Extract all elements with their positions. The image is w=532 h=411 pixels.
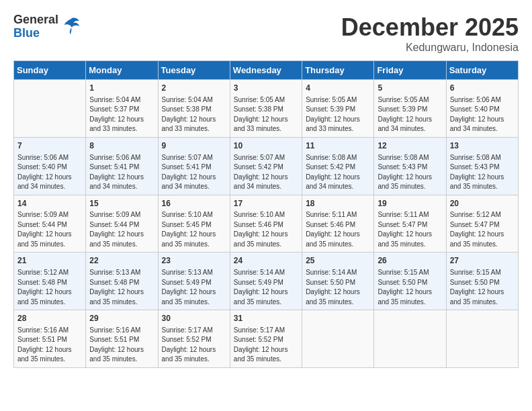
- sunset-text: Sunset: 5:50 PM: [450, 279, 500, 286]
- day-number: 20: [450, 198, 515, 210]
- cell-content: Sunrise: 5:14 AM Sunset: 5:49 PM Dayligh…: [234, 268, 298, 307]
- sunset-text: Sunset: 5:43 PM: [378, 163, 427, 171]
- sunrise-text: Sunrise: 5:16 AM: [89, 326, 140, 334]
- header-thursday: Thursday: [302, 61, 374, 80]
- daylight-text: Daylight: 12 hours and 35 minutes.: [162, 346, 216, 363]
- header-monday: Monday: [86, 61, 158, 80]
- cell-content: Sunrise: 5:13 AM Sunset: 5:49 PM Dayligh…: [162, 268, 226, 307]
- sunrise-text: Sunrise: 5:09 AM: [17, 211, 69, 218]
- sunset-text: Sunset: 5:48 PM: [17, 279, 67, 286]
- daylight-text: Daylight: 12 hours and 35 minutes.: [17, 346, 72, 363]
- calendar-header-row: SundayMondayTuesdayWednesdayThursdayFrid…: [14, 61, 519, 80]
- day-number: 7: [17, 140, 82, 152]
- cell-content: Sunrise: 5:06 AM Sunset: 5:40 PM Dayligh…: [450, 95, 515, 134]
- sunrise-text: Sunrise: 5:08 AM: [306, 154, 357, 161]
- cell-content: Sunrise: 5:16 AM Sunset: 5:51 PM Dayligh…: [89, 326, 154, 365]
- sunrise-text: Sunrise: 5:04 AM: [89, 96, 140, 103]
- cell-content: Sunrise: 5:11 AM Sunset: 5:47 PM Dayligh…: [378, 210, 442, 249]
- cell-content: Sunrise: 5:08 AM Sunset: 5:43 PM Dayligh…: [450, 153, 515, 192]
- cell-content: Sunrise: 5:05 AM Sunset: 5:39 PM Dayligh…: [306, 95, 370, 134]
- sunset-text: Sunset: 5:46 PM: [234, 221, 283, 228]
- sunrise-text: Sunrise: 5:09 AM: [89, 211, 140, 218]
- sunrise-text: Sunrise: 5:15 AM: [450, 269, 501, 276]
- sunset-text: Sunset: 5:42 PM: [234, 163, 283, 171]
- sunset-text: Sunset: 5:38 PM: [234, 105, 283, 113]
- day-number: 3: [234, 83, 298, 94]
- calendar-cell: 7 Sunrise: 5:06 AM Sunset: 5:40 PM Dayli…: [14, 137, 86, 195]
- sunset-text: Sunset: 5:51 PM: [89, 336, 139, 343]
- sunset-text: Sunset: 5:52 PM: [234, 336, 283, 343]
- sunrise-text: Sunrise: 5:08 AM: [450, 154, 501, 161]
- calendar-cell: 12 Sunrise: 5:08 AM Sunset: 5:43 PM Dayl…: [374, 137, 446, 195]
- day-number: 28: [17, 313, 82, 324]
- calendar-cell: 22 Sunrise: 5:13 AM Sunset: 5:48 PM Dayl…: [86, 253, 158, 310]
- cell-content: Sunrise: 5:15 AM Sunset: 5:50 PM Dayligh…: [450, 268, 515, 307]
- daylight-text: Daylight: 12 hours and 35 minutes.: [450, 288, 504, 306]
- sunset-text: Sunset: 5:45 PM: [162, 221, 212, 228]
- sunrise-text: Sunrise: 5:10 AM: [234, 211, 285, 218]
- day-number: 22: [89, 255, 154, 267]
- sunrise-text: Sunrise: 5:08 AM: [378, 154, 429, 161]
- sunset-text: Sunset: 5:50 PM: [306, 279, 355, 286]
- cell-content: Sunrise: 5:04 AM Sunset: 5:37 PM Dayligh…: [89, 95, 154, 134]
- sunset-text: Sunset: 5:40 PM: [17, 163, 67, 171]
- sunset-text: Sunset: 5:44 PM: [89, 221, 139, 228]
- cell-content: Sunrise: 5:04 AM Sunset: 5:38 PM Dayligh…: [162, 95, 226, 134]
- calendar-cell: 16 Sunrise: 5:10 AM Sunset: 5:45 PM Dayl…: [158, 195, 230, 253]
- calendar-week-row: 1 Sunrise: 5:04 AM Sunset: 5:37 PM Dayli…: [14, 80, 519, 138]
- calendar-cell: 26 Sunrise: 5:15 AM Sunset: 5:50 PM Dayl…: [374, 253, 446, 310]
- daylight-text: Daylight: 12 hours and 35 minutes.: [162, 230, 216, 248]
- calendar-cell: 24 Sunrise: 5:14 AM Sunset: 5:49 PM Dayl…: [230, 253, 302, 310]
- daylight-text: Daylight: 12 hours and 35 minutes.: [378, 230, 432, 248]
- sunrise-text: Sunrise: 5:17 AM: [234, 326, 285, 334]
- cell-content: Sunrise: 5:07 AM Sunset: 5:42 PM Dayligh…: [234, 153, 298, 192]
- day-number: 4: [306, 83, 370, 94]
- sunrise-text: Sunrise: 5:12 AM: [450, 211, 501, 218]
- header-friday: Friday: [374, 61, 446, 80]
- calendar-cell: [374, 310, 446, 368]
- day-number: 27: [450, 255, 515, 267]
- sunrise-text: Sunrise: 5:05 AM: [306, 96, 357, 103]
- calendar-cell: [446, 310, 518, 368]
- sunset-text: Sunset: 5:49 PM: [234, 279, 283, 286]
- calendar-cell: 23 Sunrise: 5:13 AM Sunset: 5:49 PM Dayl…: [158, 253, 230, 310]
- calendar-cell: 3 Sunrise: 5:05 AM Sunset: 5:38 PM Dayli…: [230, 80, 302, 138]
- page-header: General Blue December 2025 Kedungwaru, I…: [13, 13, 519, 54]
- day-number: 6: [450, 83, 515, 94]
- daylight-text: Daylight: 12 hours and 34 minutes.: [306, 173, 360, 191]
- day-number: 16: [162, 198, 226, 210]
- sunrise-text: Sunrise: 5:10 AM: [162, 211, 213, 218]
- cell-content: Sunrise: 5:05 AM Sunset: 5:38 PM Dayligh…: [234, 95, 298, 134]
- cell-content: Sunrise: 5:14 AM Sunset: 5:50 PM Dayligh…: [306, 268, 370, 307]
- calendar-week-row: 7 Sunrise: 5:06 AM Sunset: 5:40 PM Dayli…: [14, 137, 519, 195]
- calendar-cell: 25 Sunrise: 5:14 AM Sunset: 5:50 PM Dayl…: [302, 253, 374, 310]
- day-number: 23: [162, 255, 226, 267]
- daylight-text: Daylight: 12 hours and 35 minutes.: [234, 288, 288, 306]
- cell-content: Sunrise: 5:07 AM Sunset: 5:41 PM Dayligh…: [162, 153, 226, 192]
- header-saturday: Saturday: [446, 61, 518, 80]
- sunrise-text: Sunrise: 5:07 AM: [234, 154, 285, 161]
- calendar-cell: 10 Sunrise: 5:07 AM Sunset: 5:42 PM Dayl…: [230, 137, 302, 195]
- sunset-text: Sunset: 5:42 PM: [306, 163, 355, 171]
- sunset-text: Sunset: 5:50 PM: [378, 279, 427, 286]
- logo: General Blue: [13, 13, 81, 40]
- daylight-text: Daylight: 12 hours and 33 minutes.: [162, 116, 216, 133]
- calendar-cell: 27 Sunrise: 5:15 AM Sunset: 5:50 PM Dayl…: [446, 253, 518, 310]
- cell-content: Sunrise: 5:12 AM Sunset: 5:47 PM Dayligh…: [450, 210, 515, 249]
- cell-content: Sunrise: 5:17 AM Sunset: 5:52 PM Dayligh…: [162, 326, 226, 365]
- daylight-text: Daylight: 12 hours and 34 minutes.: [89, 173, 144, 191]
- day-number: 19: [378, 198, 442, 210]
- calendar-cell: 6 Sunrise: 5:06 AM Sunset: 5:40 PM Dayli…: [446, 80, 518, 138]
- daylight-text: Daylight: 12 hours and 35 minutes.: [450, 173, 504, 191]
- sunrise-text: Sunrise: 5:04 AM: [162, 96, 213, 103]
- calendar-cell: 15 Sunrise: 5:09 AM Sunset: 5:44 PM Dayl…: [86, 195, 158, 253]
- sunset-text: Sunset: 5:43 PM: [450, 163, 500, 171]
- day-number: 25: [306, 255, 370, 267]
- sunrise-text: Sunrise: 5:06 AM: [17, 154, 69, 161]
- daylight-text: Daylight: 12 hours and 35 minutes.: [89, 230, 144, 248]
- location-title: Kedungwaru, Indonesia: [341, 42, 519, 54]
- calendar-cell: 11 Sunrise: 5:08 AM Sunset: 5:42 PM Dayl…: [302, 137, 374, 195]
- cell-content: Sunrise: 5:06 AM Sunset: 5:41 PM Dayligh…: [89, 153, 154, 192]
- cell-content: Sunrise: 5:10 AM Sunset: 5:45 PM Dayligh…: [162, 210, 226, 249]
- calendar-cell: 30 Sunrise: 5:17 AM Sunset: 5:52 PM Dayl…: [158, 310, 230, 368]
